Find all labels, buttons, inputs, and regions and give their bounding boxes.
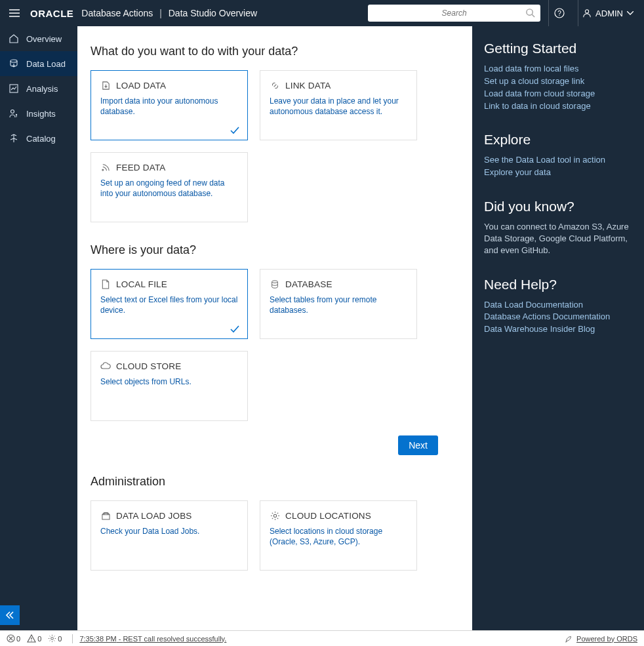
check-icon: [230, 325, 239, 333]
svg-point-8: [16, 114, 17, 115]
gs-link-0[interactable]: Load data from local files: [484, 63, 632, 75]
explore-title: Explore: [484, 132, 632, 148]
chevron-down-icon: [627, 11, 634, 15]
help-link-2[interactable]: Data Warehouse Insider Blog: [484, 323, 632, 336]
status-bar: 0 0 0 7:35:38 PM - REST call resolved su…: [0, 630, 644, 646]
card-title: DATA LOAD JOBS: [116, 511, 192, 521]
user-icon: [582, 9, 592, 18]
search-box[interactable]: [368, 5, 540, 22]
dyk-title: Did you know?: [484, 199, 632, 214]
card-feed-data[interactable]: FEED DATA Set up an ongoing feed of new …: [91, 152, 248, 222]
status-processes-count: 0: [58, 635, 62, 643]
chevrons-left-icon: [5, 611, 14, 620]
main-content: What do you want to do with your data? L…: [77, 26, 472, 630]
home-icon: [8, 33, 20, 44]
card-title: CLOUD STORE: [116, 361, 181, 371]
status-errors-count: 0: [16, 635, 20, 643]
getting-started-title: Getting Started: [484, 41, 632, 56]
header-title-left: Database Actions: [81, 8, 153, 18]
help-icon: ?: [554, 8, 565, 18]
card-desc: Select locations in cloud storage (Oracl…: [270, 526, 407, 547]
getting-started-block: Getting Started Load data from local fil…: [484, 41, 632, 112]
card-database[interactable]: DATABASE Select tables from your remote …: [260, 269, 417, 339]
card-title: FEED DATA: [116, 163, 166, 172]
sidebar-item-label: Insights: [26, 109, 56, 119]
card-desc: Import data into your autonomous databas…: [100, 96, 238, 117]
catalog-icon: [8, 133, 20, 144]
sidebar-item-label: Catalog: [26, 134, 56, 144]
help-button[interactable]: ?: [548, 0, 570, 26]
status-message[interactable]: 7:35:38 PM - REST call resolved successf…: [79, 635, 226, 643]
gear-small-icon: [48, 634, 56, 643]
sidebar: Overview Data Load Analysis Insights Cat…: [0, 26, 77, 630]
card-link-data[interactable]: LINK DATA Leave your data in place and l…: [260, 70, 417, 140]
help-title: Need Help?: [484, 277, 632, 293]
sidebar-item-overview[interactable]: Overview: [0, 26, 77, 51]
svg-line-1: [532, 14, 534, 17]
explore-block: Explore See the Data Load tool in action…: [484, 132, 632, 179]
status-time: 7:35:38 PM: [79, 635, 116, 643]
svg-point-12: [31, 640, 31, 641]
gs-link-1[interactable]: Set up a cloud storage link: [484, 75, 632, 88]
svg-point-9: [272, 280, 278, 283]
section-title-admin: Administration: [91, 475, 459, 489]
explore-link-0[interactable]: See the Data Load tool in action: [484, 154, 632, 167]
status-processes[interactable]: 0: [48, 634, 62, 643]
card-desc: Select text or Excel files from your loc…: [100, 294, 238, 315]
card-desc: Set up an ongoing feed of new data into …: [100, 178, 238, 199]
sidebar-item-label: Analysis: [26, 84, 58, 94]
card-desc: Select objects from URLs.: [100, 376, 238, 387]
file-icon: [100, 279, 111, 289]
search-icon: [525, 8, 535, 18]
help-block: Need Help? Data Load Documentation Datab…: [484, 277, 632, 336]
card-title: DATABASE: [285, 279, 332, 289]
sidebar-item-insights[interactable]: Insights: [0, 101, 77, 126]
svg-point-4: [585, 10, 588, 13]
right-panel: Getting Started Load data from local fil…: [472, 26, 644, 630]
section-title-action: What do you want to do with your data?: [91, 45, 459, 58]
sidebar-item-analysis[interactable]: Analysis: [0, 76, 77, 101]
gear-icon: [270, 510, 280, 521]
link-icon: [270, 80, 280, 91]
analysis-icon: [8, 83, 20, 94]
card-desc: Select tables from your remote databases…: [270, 294, 407, 315]
card-load-data[interactable]: LOAD DATA Import data into your autonomo…: [91, 70, 248, 140]
search-input[interactable]: [368, 5, 540, 22]
dyk-text: You can connect to Amazon S3, Azure Data…: [484, 221, 632, 257]
brand-logo: ORACLE: [30, 8, 73, 19]
card-data-load-jobs[interactable]: DATA LOAD JOBS Check your Data Load Jobs…: [91, 500, 248, 571]
svg-point-0: [527, 9, 533, 15]
gs-link-2[interactable]: Load data from cloud storage: [484, 88, 632, 100]
status-errors[interactable]: 0: [7, 634, 20, 643]
insights-icon: [8, 108, 20, 119]
sidebar-collapse-button[interactable]: [0, 605, 20, 625]
svg-text:?: ?: [557, 10, 561, 17]
explore-link-1[interactable]: Explore your data: [484, 167, 632, 179]
status-warnings-count: 0: [37, 635, 41, 643]
help-link-0[interactable]: Data Load Documentation: [484, 299, 632, 312]
sidebar-item-catalog[interactable]: Catalog: [0, 126, 77, 151]
powered-by-ords[interactable]: Powered by ORDS: [565, 635, 637, 643]
next-button[interactable]: Next: [398, 435, 438, 455]
warning-icon: [27, 634, 36, 643]
user-menu[interactable]: ADMIN: [578, 0, 637, 26]
status-warnings[interactable]: 0: [27, 634, 41, 643]
card-title: LOCAL FILE: [116, 279, 167, 289]
section-title-location: Where is your data?: [91, 243, 459, 257]
card-local-file[interactable]: LOCAL FILE Select text or Excel files fr…: [91, 269, 248, 339]
hamburger-menu[interactable]: [7, 7, 22, 20]
app-header: ORACLE Database Actions | Data Studio Ov…: [0, 0, 644, 26]
card-cloud-locations[interactable]: CLOUD LOCATIONS Select locations in clou…: [260, 500, 417, 571]
gs-link-3[interactable]: Link to data in cloud storage: [484, 100, 632, 113]
jobs-icon: [100, 510, 111, 521]
rocket-icon: [565, 635, 573, 643]
error-icon: [7, 634, 15, 643]
status-divider: [72, 634, 73, 643]
cloud-icon: [100, 361, 111, 371]
powered-by-label: Powered by ORDS: [576, 635, 637, 643]
card-cloud-store[interactable]: CLOUD STORE Select objects from URLs.: [91, 351, 248, 421]
dyk-block: Did you know? You can connect to Amazon …: [484, 199, 632, 257]
sidebar-item-data-load[interactable]: Data Load: [0, 51, 77, 76]
help-link-1[interactable]: Database Actions Documentation: [484, 311, 632, 323]
header-title-right: Data Studio Overview: [169, 8, 257, 18]
